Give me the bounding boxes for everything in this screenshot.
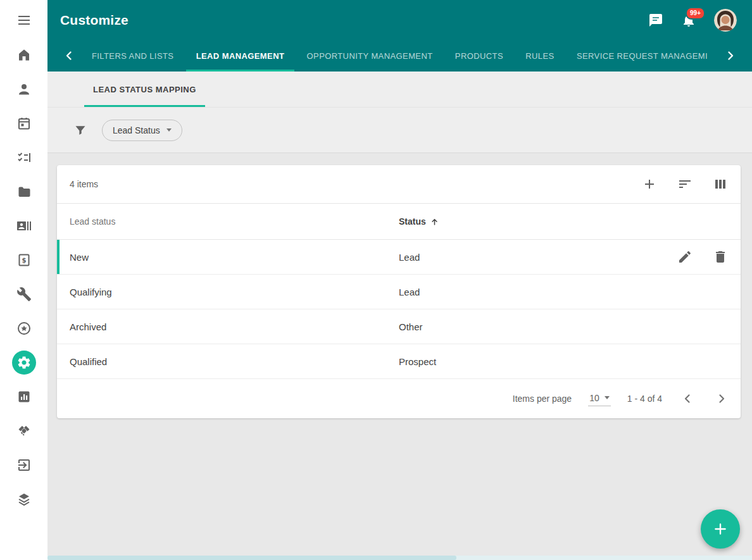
sidebar: $ — [0, 0, 47, 560]
app-window: $ Cus — [0, 0, 752, 560]
folder-icon — [16, 184, 32, 199]
calendar-icon — [16, 116, 32, 131]
sidebar-item-signin[interactable] — [12, 453, 36, 477]
edit-row-button[interactable] — [677, 249, 692, 264]
sidebar-item-reports[interactable] — [12, 385, 36, 409]
cell-lead-status: Archived — [70, 321, 399, 332]
items-per-page-select[interactable]: 10 — [588, 392, 611, 406]
sidebar-item-billing[interactable]: $ — [12, 248, 36, 272]
subtab-lead-status-mapping[interactable]: LEAD STATUS MAPPING — [84, 72, 205, 107]
sidebar-item-documents[interactable] — [12, 180, 36, 204]
lead-status-filter-chip[interactable]: Lead Status — [102, 120, 182, 141]
tab-products[interactable]: PRODUCTS — [445, 40, 513, 72]
handshake-icon — [16, 423, 32, 439]
hamburger-menu-button[interactable] — [16, 13, 32, 28]
row-actions — [677, 240, 728, 274]
cell-lead-status: New — [70, 252, 399, 263]
card-toolbar: 4 items — [57, 165, 741, 204]
plus-icon — [712, 521, 729, 537]
add-fab-button[interactable] — [701, 509, 740, 549]
delete-trash-icon — [713, 249, 728, 264]
chat-button[interactable] — [648, 13, 663, 28]
chevron-down-icon — [166, 128, 172, 132]
avatar[interactable] — [714, 9, 737, 32]
sidebar-item-tasks[interactable] — [12, 146, 36, 170]
filter-chip-label: Lead Status — [113, 125, 160, 135]
contacts-card-icon — [16, 218, 32, 233]
column-header-lead-status[interactable]: Lead status — [70, 216, 399, 227]
wrench-icon — [16, 287, 32, 302]
notifications-button[interactable]: 99+ — [681, 13, 696, 28]
chevron-right-icon — [723, 48, 738, 63]
tasks-checklist-icon — [16, 150, 32, 165]
horizontal-scrollbar[interactable] — [47, 556, 752, 560]
chevron-left-icon — [61, 48, 77, 63]
column-header-status[interactable]: Status — [399, 216, 728, 227]
layers-icon — [16, 492, 32, 507]
sign-in-icon — [16, 457, 32, 473]
items-count: 4 items — [70, 179, 98, 189]
scrollbar-thumb[interactable] — [47, 556, 456, 560]
sidebar-item-features[interactable] — [12, 316, 36, 340]
sidebar-item-layers[interactable] — [12, 487, 36, 511]
sidebar-item-home[interactable] — [12, 43, 36, 67]
tab-opportunity-management[interactable]: OPPORTUNITY MANAGEMENT — [297, 40, 443, 72]
tab-lead-management[interactable]: LEAD MANAGEMENT — [186, 40, 295, 72]
chat-icon — [648, 13, 663, 28]
card-toolbar-actions — [642, 177, 728, 192]
tab-filters-and-lists[interactable]: FILTERS AND LISTS — [82, 40, 184, 72]
home-icon — [16, 47, 32, 63]
edit-pencil-icon — [677, 249, 692, 264]
add-item-button[interactable] — [642, 177, 657, 192]
table-row[interactable]: Qualified Prospect — [57, 344, 741, 379]
cell-status: Prospect — [399, 356, 728, 367]
previous-page-button[interactable] — [679, 390, 696, 408]
sidebar-item-contacts[interactable] — [12, 77, 36, 101]
tabs-scroll-left-button[interactable] — [56, 40, 82, 72]
tabs: FILTERS AND LISTS LEAD MANAGEMENT OPPORT… — [82, 40, 718, 72]
sidebar-item-deals[interactable] — [12, 419, 36, 443]
cell-status: Other — [399, 321, 728, 332]
filter-row: Lead Status — [47, 108, 752, 153]
chevron-right-icon — [714, 391, 729, 406]
settings-gear-icon — [16, 355, 32, 370]
columns-button[interactable] — [713, 177, 728, 192]
table-row[interactable]: Archived Other — [57, 309, 741, 344]
subtab-bar: LEAD STATUS MAPPING — [47, 72, 752, 108]
person-icon — [16, 82, 32, 97]
chevron-left-icon — [680, 391, 695, 406]
svg-text:$: $ — [22, 257, 26, 264]
sort-button[interactable] — [677, 177, 692, 192]
table-header: Lead status Status — [57, 204, 741, 240]
sidebar-item-tools[interactable] — [12, 282, 36, 306]
sidebar-item-companies[interactable] — [12, 214, 36, 238]
tab-bar: FILTERS AND LISTS LEAD MANAGEMENT OPPORT… — [47, 40, 752, 72]
table-row[interactable]: Qualifying Lead — [57, 275, 741, 309]
sort-ascending-icon — [430, 217, 439, 227]
tabs-scroll-right-button[interactable] — [718, 40, 743, 72]
page-title: Customize — [60, 13, 128, 28]
sidebar-item-settings[interactable] — [12, 351, 36, 375]
main-area: Customize 99+ FILTERS AND LISTS — [47, 0, 752, 560]
notifications-badge: 99+ — [686, 7, 705, 20]
column-header-status-label: Status — [399, 216, 426, 227]
sidebar-item-calendar[interactable] — [12, 111, 36, 135]
hamburger-menu-icon — [16, 13, 32, 28]
sidebar-nav: $ — [12, 43, 36, 511]
billing-dollar-icon: $ — [16, 252, 32, 268]
cell-lead-status: Qualified — [70, 356, 399, 367]
items-per-page-value: 10 — [589, 393, 599, 403]
funnel-icon[interactable] — [74, 124, 87, 137]
delete-row-button[interactable] — [713, 249, 728, 264]
avatar-image — [714, 9, 737, 32]
pagination: Items per page 10 1 - 4 of 4 — [57, 379, 741, 418]
content-area: 4 items Lead status — [47, 153, 752, 560]
next-page-button[interactable] — [713, 390, 730, 408]
table-row[interactable]: New Lead — [57, 240, 741, 275]
tab-service-request-management[interactable]: SERVICE REQUEST MANAGEMI — [567, 40, 718, 72]
add-plus-icon — [642, 177, 657, 192]
tab-rules[interactable]: RULES — [515, 40, 564, 72]
columns-icon — [713, 177, 728, 192]
items-per-page-label: Items per page — [513, 394, 572, 404]
chevron-down-icon — [605, 396, 610, 399]
